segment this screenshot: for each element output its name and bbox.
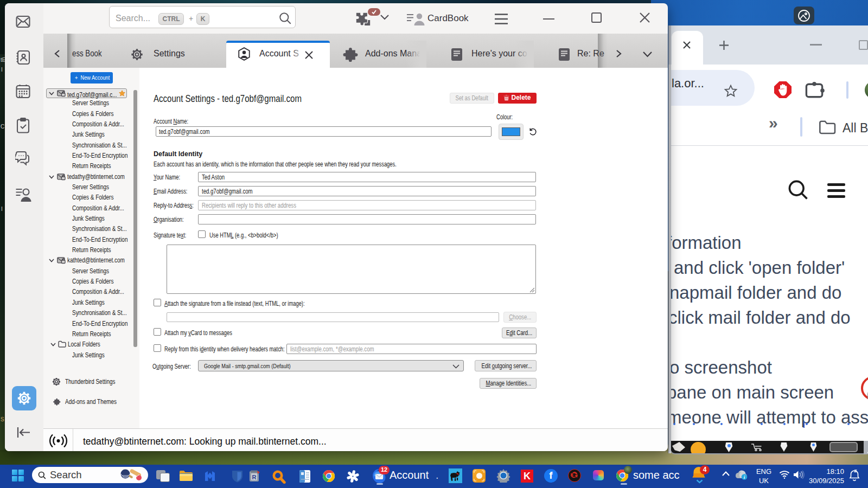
svg-text:R: R: [252, 474, 257, 480]
